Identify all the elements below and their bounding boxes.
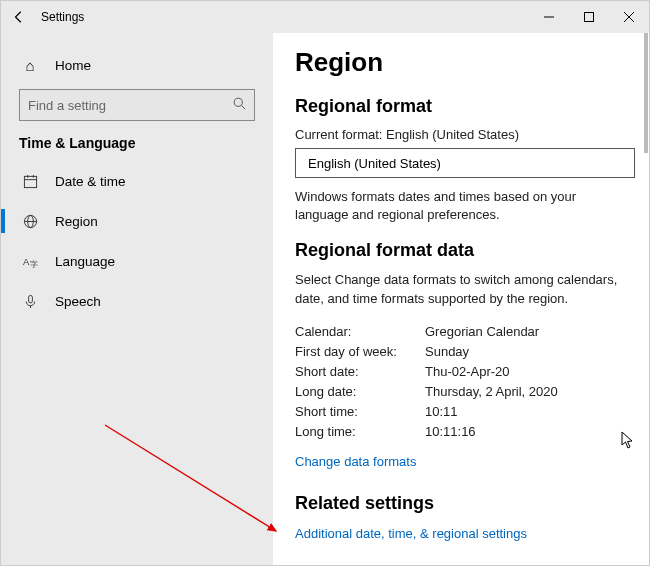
scrollbar-thumb[interactable] <box>644 33 648 153</box>
scrollbar[interactable] <box>644 33 648 564</box>
page-title: Region <box>295 47 627 78</box>
row-value: Thu-02-Apr-20 <box>425 364 510 379</box>
window-title: Settings <box>37 10 84 24</box>
svg-point-4 <box>234 98 242 106</box>
row-value: Gregorian Calendar <box>425 324 539 339</box>
regional-format-dropdown[interactable]: English (United States) <box>295 148 635 178</box>
row-key: Calendar: <box>295 324 425 339</box>
related-settings-heading: Related settings <box>295 493 627 514</box>
home-nav[interactable]: ⌂ Home <box>1 45 273 85</box>
data-row: Short time:10:11 <box>295 404 627 419</box>
current-format-label: Current format: English (United States) <box>295 127 627 142</box>
regional-format-heading: Regional format <box>295 96 627 117</box>
sidebar-item-speech[interactable]: Speech <box>1 281 273 321</box>
row-key: First day of week: <box>295 344 425 359</box>
sidebar-item-label: Region <box>55 214 98 229</box>
search-icon <box>233 97 246 113</box>
svg-rect-1 <box>585 13 594 22</box>
data-row: Calendar:Gregorian Calendar <box>295 324 627 339</box>
row-key: Short time: <box>295 404 425 419</box>
microphone-icon <box>19 294 41 309</box>
search-field[interactable] <box>28 98 233 113</box>
content-panel: Region Regional format Current format: E… <box>273 33 649 565</box>
close-button[interactable] <box>609 1 649 33</box>
svg-rect-15 <box>28 295 32 303</box>
svg-text:字: 字 <box>29 259 37 269</box>
sidebar-item-label: Language <box>55 254 115 269</box>
row-key: Long time: <box>295 424 425 439</box>
sidebar-item-label: Speech <box>55 294 101 309</box>
titlebar: Settings <box>1 1 649 33</box>
regional-format-desc: Windows formats dates and times based on… <box>295 188 627 224</box>
data-row: First day of week:Sunday <box>295 344 627 359</box>
data-row: Long date:Thursday, 2 April, 2020 <box>295 384 627 399</box>
settings-window: Settings ⌂ Home Time & Language <box>0 0 650 566</box>
additional-settings-link[interactable]: Additional date, time, & regional settin… <box>295 526 527 541</box>
sidebar: ⌂ Home Time & Language Date & time <box>1 33 273 565</box>
home-label: Home <box>55 58 91 73</box>
row-key: Short date: <box>295 364 425 379</box>
minimize-button[interactable] <box>529 1 569 33</box>
search-wrap <box>1 85 273 131</box>
globe-icon <box>19 214 41 229</box>
sidebar-item-language[interactable]: A字 Language <box>1 241 273 281</box>
back-button[interactable] <box>1 1 37 33</box>
language-icon: A字 <box>19 254 41 269</box>
row-value: Thursday, 2 April, 2020 <box>425 384 558 399</box>
data-row: Short date:Thu-02-Apr-20 <box>295 364 627 379</box>
sidebar-section-header: Time & Language <box>1 131 273 161</box>
window-controls <box>529 1 649 33</box>
search-input[interactable] <box>19 89 255 121</box>
svg-rect-6 <box>24 176 36 187</box>
dropdown-value: English (United States) <box>308 156 441 171</box>
svg-line-5 <box>242 106 246 110</box>
sidebar-item-date-time[interactable]: Date & time <box>1 161 273 201</box>
row-key: Long date: <box>295 384 425 399</box>
data-row: Long time:10:11:16 <box>295 424 627 439</box>
format-data-heading: Regional format data <box>295 240 627 261</box>
sidebar-item-label: Date & time <box>55 174 126 189</box>
row-value: 10:11 <box>425 404 458 419</box>
home-icon: ⌂ <box>19 57 41 74</box>
window-body: ⌂ Home Time & Language Date & time <box>1 33 649 565</box>
calendar-icon <box>19 174 41 189</box>
sidebar-item-region[interactable]: Region <box>1 201 273 241</box>
format-data-desc: Select Change data formats to switch amo… <box>295 271 627 307</box>
maximize-button[interactable] <box>569 1 609 33</box>
change-data-formats-link[interactable]: Change data formats <box>295 454 416 469</box>
row-value: Sunday <box>425 344 469 359</box>
row-value: 10:11:16 <box>425 424 476 439</box>
